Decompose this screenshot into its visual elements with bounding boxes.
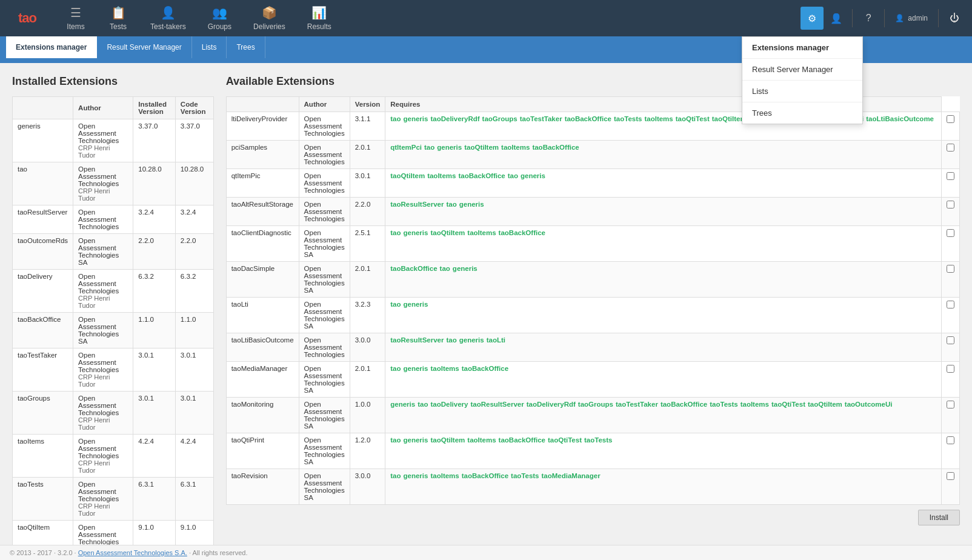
available-row-checkbox-cell[interactable]: [942, 433, 960, 469]
requires-link[interactable]: generis: [404, 115, 428, 122]
requires-link[interactable]: taoBackOffice: [661, 401, 707, 408]
install-checkbox[interactable]: [947, 229, 954, 237]
available-row-checkbox-cell[interactable]: [942, 262, 960, 298]
available-row-checkbox-cell[interactable]: [942, 112, 960, 141]
requires-link[interactable]: taoDelivery: [430, 401, 468, 408]
requires-link[interactable]: tao: [390, 365, 401, 372]
admin-menu[interactable]: 👤 admin: [889, 14, 934, 22]
settings-button[interactable]: ⚙: [801, 7, 824, 30]
requires-link[interactable]: tao: [390, 229, 401, 236]
dropdown-item-extensions-manager[interactable]: Extensions manager: [742, 37, 862, 59]
requires-link[interactable]: generis: [404, 301, 428, 308]
requires-link[interactable]: taoBackOffice: [390, 265, 437, 272]
requires-link[interactable]: taoTests: [614, 115, 642, 122]
requires-link[interactable]: taoItems: [501, 144, 530, 151]
install-checkbox[interactable]: [947, 365, 954, 373]
requires-link[interactable]: taoBackOffice: [565, 115, 611, 122]
requires-link[interactable]: taoItems: [430, 365, 459, 372]
requires-link[interactable]: taoMediaManager: [542, 472, 601, 479]
requires-link[interactable]: taoTestTaker: [520, 115, 562, 122]
requires-link[interactable]: taoQtiItem: [390, 172, 425, 179]
tab-trees[interactable]: Trees: [227, 36, 265, 58]
requires-link[interactable]: tao: [508, 172, 518, 179]
tab-result-server-manager[interactable]: Result Server Manager: [97, 36, 191, 58]
install-checkbox[interactable]: [947, 436, 954, 444]
available-row-checkbox-cell[interactable]: [942, 226, 960, 262]
install-checkbox[interactable]: [947, 201, 954, 208]
requires-link[interactable]: tao: [446, 201, 456, 208]
requires-link[interactable]: taoDeliveryRdf: [430, 115, 479, 122]
install-button[interactable]: Install: [918, 510, 960, 525]
requires-link[interactable]: taoBackOffice: [462, 472, 508, 479]
requires-link[interactable]: taoTestTaker: [616, 401, 658, 408]
requires-link[interactable]: taoBackOffice: [499, 436, 545, 444]
requires-link[interactable]: taoQtiItem: [808, 401, 842, 408]
install-checkbox[interactable]: [947, 144, 954, 152]
requires-link[interactable]: taoQtiTest: [771, 401, 805, 408]
requires-link[interactable]: tao: [390, 472, 401, 479]
requires-link[interactable]: tao: [440, 265, 450, 272]
available-row-checkbox-cell[interactable]: [942, 333, 960, 362]
available-row-checkbox-cell[interactable]: [942, 469, 960, 505]
nav-item-deliveries[interactable]: 📦Deliveries: [242, 0, 296, 36]
requires-link[interactable]: tao: [424, 144, 434, 151]
nav-item-groups[interactable]: 👥Groups: [197, 0, 242, 36]
requires-link[interactable]: taoBackOffice: [532, 144, 579, 151]
requires-link[interactable]: taoItems: [644, 115, 673, 122]
install-checkbox[interactable]: [947, 172, 954, 180]
requires-link[interactable]: taoTests: [511, 472, 539, 479]
requires-link[interactable]: taoQtiItem: [430, 436, 465, 444]
requires-link[interactable]: taoResultServer: [470, 401, 524, 408]
tab-extensions-manager[interactable]: Extensions manager: [6, 36, 97, 58]
requires-link[interactable]: taoItems: [427, 172, 456, 179]
requires-link[interactable]: generis: [459, 201, 484, 208]
requires-link[interactable]: tao: [390, 115, 401, 122]
available-row-checkbox-cell[interactable]: [942, 198, 960, 226]
install-checkbox[interactable]: [947, 336, 954, 344]
footer-link[interactable]: Open Assessment Technologies S.A.: [78, 549, 187, 556]
logout-button[interactable]: ⏻: [943, 7, 966, 30]
requires-link[interactable]: taoQtiTest: [676, 115, 710, 122]
requires-link[interactable]: generis: [404, 229, 428, 236]
requires-link[interactable]: tao: [446, 336, 456, 344]
requires-link[interactable]: generis: [404, 436, 428, 444]
requires-link[interactable]: taoQtiItem: [464, 144, 499, 151]
install-checkbox[interactable]: [947, 115, 954, 123]
tab-lists[interactable]: Lists: [192, 36, 227, 58]
requires-link[interactable]: tao: [390, 436, 401, 444]
dropdown-item-lists[interactable]: Lists: [742, 81, 862, 102]
requires-link[interactable]: taoLti: [487, 336, 505, 344]
requires-link[interactable]: taoItems: [741, 401, 769, 408]
available-row-checkbox-cell[interactable]: [942, 362, 960, 398]
dropdown-item-trees[interactable]: Trees: [742, 102, 862, 124]
requires-link[interactable]: taoTests: [584, 436, 612, 444]
dropdown-item-result-server-manager[interactable]: Result Server Manager: [742, 59, 862, 81]
requires-link[interactable]: taoTests: [710, 401, 737, 408]
nav-item-results[interactable]: 📊Results: [296, 0, 342, 36]
nav-item-items[interactable]: ☰Items: [55, 0, 97, 36]
requires-link[interactable]: taoQtiItem: [430, 229, 465, 236]
requires-link[interactable]: taoQtiTest: [548, 436, 582, 444]
requires-link[interactable]: generis: [390, 401, 415, 408]
requires-link[interactable]: taoGroups: [578, 401, 613, 408]
available-row-checkbox-cell[interactable]: [942, 298, 960, 333]
requires-link[interactable]: tao: [390, 301, 401, 308]
requires-link[interactable]: taoItems: [467, 229, 496, 236]
help-button[interactable]: ?: [857, 7, 880, 30]
requires-link[interactable]: qtItemPci: [390, 144, 422, 151]
available-row-checkbox-cell[interactable]: [942, 169, 960, 198]
requires-link[interactable]: taoGroups: [482, 115, 518, 122]
requires-link[interactable]: taoBackOffice: [499, 229, 545, 236]
requires-link[interactable]: taoResultServer: [390, 201, 444, 208]
requires-link[interactable]: generis: [404, 472, 428, 479]
install-checkbox[interactable]: [947, 265, 954, 273]
install-checkbox[interactable]: [947, 401, 954, 408]
requires-link[interactable]: taoBackOffice: [462, 365, 508, 372]
requires-link[interactable]: taoItems: [430, 472, 459, 479]
requires-link[interactable]: taoOutcomeUi: [845, 401, 893, 408]
install-checkbox[interactable]: [947, 472, 954, 480]
logo[interactable]: tao: [0, 0, 55, 36]
available-row-checkbox-cell[interactable]: [942, 398, 960, 433]
requires-link[interactable]: generis: [437, 144, 462, 151]
requires-link[interactable]: taoBackOffice: [458, 172, 505, 179]
